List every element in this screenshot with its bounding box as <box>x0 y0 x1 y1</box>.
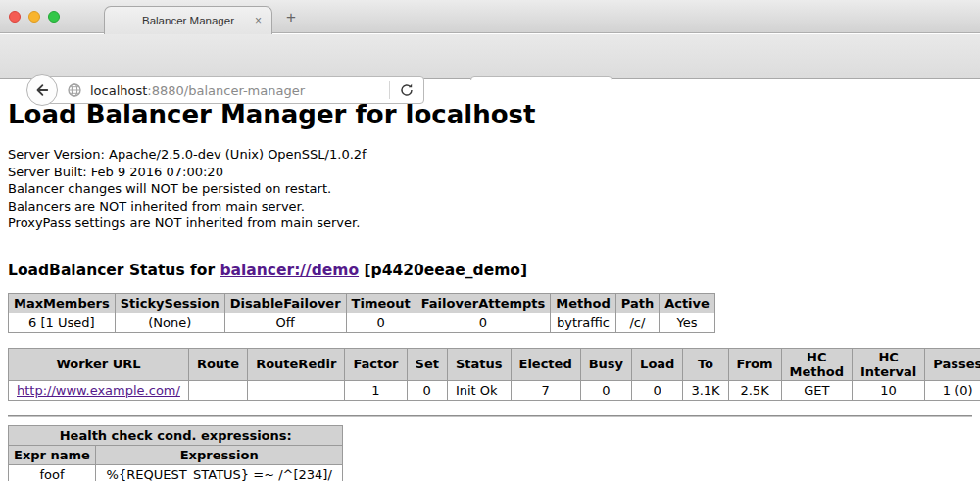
balancer-settings-table: MaxMembersStickySessionDisableFailoverTi… <box>8 293 715 333</box>
minimize-window-button[interactable] <box>28 11 40 23</box>
url-text[interactable]: localhost:8880/balancer-manager <box>90 83 389 98</box>
table-cell: %{REQUEST_STATUS} =~ /^[234]/ <box>95 464 343 481</box>
tab-balancer-manager[interactable]: Balancer Manager × <box>104 6 272 34</box>
proxypass-warning-line: ProxyPass settings are NOT inherited fro… <box>8 215 972 232</box>
server-info-block: Server Version: Apache/2.5.0-dev (Unix) … <box>8 146 972 232</box>
column-header: Set <box>407 348 447 380</box>
persist-warning-line: Balancer changes will NOT be persisted o… <box>8 180 972 198</box>
inherit-warning-line: Balancers are NOT inherited from main se… <box>8 198 972 216</box>
table-cell: 0 <box>632 380 683 400</box>
column-header: MaxMembers <box>9 293 116 313</box>
page-title: Load Balancer Manager for localhost <box>8 100 972 129</box>
table-cell: 0 <box>416 313 551 332</box>
server-version-line: Server Version: Apache/2.5.0-dev (Unix) … <box>8 146 972 164</box>
table-cell: /c/ <box>615 313 659 332</box>
column-header: Active <box>660 293 715 313</box>
horizontal-rule <box>8 415 972 417</box>
table-cell: 1 <box>345 380 407 400</box>
table-cell: http://www.example.com/ <box>9 380 189 400</box>
zoom-window-button[interactable] <box>48 11 60 23</box>
column-header: HC Method <box>781 348 852 380</box>
table-row: http://www.example.com/10Init Ok7003.1K2… <box>9 380 980 400</box>
table-cell: foof <box>9 464 96 481</box>
column-header: Route <box>188 348 247 380</box>
table-cell: 3.1K <box>683 380 728 400</box>
table-cell: 0 <box>346 313 416 332</box>
reload-button[interactable] <box>390 82 423 98</box>
url-path: :8880/balancer-manager <box>147 83 305 98</box>
reload-icon <box>399 82 415 98</box>
table-cell: bytraffic <box>551 313 615 332</box>
column-header: Elected <box>511 348 580 380</box>
table-cell: (None) <box>115 313 224 332</box>
table-cell: 10 <box>852 380 924 400</box>
back-arrow-icon <box>33 81 51 99</box>
table-cell: 7 <box>511 380 580 400</box>
column-header: Worker URL <box>9 348 189 380</box>
column-header: Timeout <box>346 293 416 313</box>
balancer-table-header-row: MaxMembersStickySessionDisableFailoverTi… <box>9 293 715 313</box>
health-table-title-row: Health check cond. expressions: <box>9 425 343 445</box>
table-cell: 0 <box>407 380 447 400</box>
window-controls <box>9 11 60 23</box>
tab-title: Balancer Manager <box>142 15 234 26</box>
column-header: HC Interval <box>852 348 924 380</box>
table-row: 6 [1 Used](None)Off00bytraffic/c/Yes <box>9 313 715 332</box>
url-bar[interactable]: localhost:8880/balancer-manager <box>42 76 424 104</box>
close-window-button[interactable] <box>9 11 21 23</box>
column-header: From <box>728 348 781 380</box>
table-cell: 1 (0) <box>925 380 980 400</box>
table-cell: GET <box>781 380 852 400</box>
back-button[interactable] <box>26 74 58 106</box>
browser-titlebar: Balancer Manager × + <box>0 0 980 33</box>
column-header: Path <box>615 293 659 313</box>
column-header: StickySession <box>115 293 224 313</box>
health-table-title: Health check cond. expressions: <box>9 425 343 445</box>
new-tab-button[interactable]: + <box>286 8 296 27</box>
column-header: Status <box>447 348 511 380</box>
table-cell: Off <box>224 313 346 332</box>
health-check-table: Health check cond. expressions: Expr nam… <box>8 425 343 481</box>
worker-url-link[interactable]: http://www.example.com/ <box>17 383 180 398</box>
column-header: Load <box>632 348 683 380</box>
page-content: Load Balancer Manager for localhost Serv… <box>0 80 980 481</box>
column-header: Expression <box>95 445 343 464</box>
table-cell: 2.5K <box>728 380 781 400</box>
table-cell: Init Ok <box>447 380 511 400</box>
column-header: Factor <box>345 348 407 380</box>
column-header: DisableFailover <box>224 293 346 313</box>
column-header: RouteRedir <box>248 348 345 380</box>
tab-close-icon[interactable]: × <box>255 14 262 27</box>
balancer-demo-link[interactable]: balancer://demo <box>220 262 359 279</box>
worker-status-table: Worker URLRouteRouteRedirFactorSetStatus… <box>8 348 980 401</box>
column-header: Passes <box>925 348 980 380</box>
globe-icon <box>67 82 82 98</box>
column-header: FailoverAttempts <box>416 293 551 313</box>
url-hostname: localhost <box>90 83 147 98</box>
column-header: Method <box>551 293 615 313</box>
table-cell <box>248 380 345 400</box>
table-cell: 6 [1 Used] <box>9 313 116 332</box>
health-table-header-row: Expr nameExpression <box>9 445 343 464</box>
loadbalancer-status-heading: LoadBalancer Status for balancer://demo … <box>8 262 972 279</box>
column-header: Busy <box>580 348 631 380</box>
table-cell: Yes <box>660 313 715 332</box>
status-heading-prefix: LoadBalancer Status for <box>8 262 220 279</box>
column-header: To <box>683 348 728 380</box>
navigation-toolbar: localhost:8880/balancer-manager <box>0 34 980 79</box>
status-heading-suffix: [p4420eeae_demo] <box>359 262 527 279</box>
server-built-line: Server Built: Feb 9 2016 07:00:20 <box>8 164 972 181</box>
table-cell <box>188 380 247 400</box>
table-cell: 0 <box>580 380 631 400</box>
column-header: Expr name <box>9 445 96 464</box>
table-row: foof%{REQUEST_STATUS} =~ /^[234]/ <box>9 464 343 481</box>
worker-table-header-row: Worker URLRouteRouteRedirFactorSetStatus… <box>9 348 980 380</box>
